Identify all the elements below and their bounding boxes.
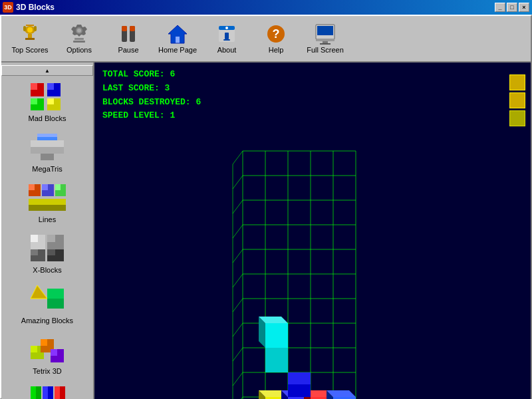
- sidebar-item-columns[interactable]: Columns: [1, 379, 93, 399]
- svg-rect-79: [243, 151, 356, 399]
- svg-line-103: [233, 274, 243, 287]
- mad-blocks-label: Mad Blocks: [29, 114, 66, 122]
- svg-point-20: [225, 27, 228, 29]
- gear-icon: [68, 23, 90, 45]
- svg-rect-68: [51, 349, 57, 356]
- sidebar: ▲ Mad Blocks: [1, 63, 94, 399]
- svg-point-6: [27, 27, 33, 33]
- maximize-button[interactable]: □: [507, 3, 517, 12]
- svg-rect-5: [25, 38, 35, 40]
- sidebar-item-mad-blocks[interactable]: Mad Blocks: [1, 76, 93, 126]
- svg-rect-44: [29, 184, 35, 190]
- svg-rect-31: [31, 83, 37, 90]
- amazing-blocks-label: Amazing Blocks: [21, 317, 73, 325]
- info-icon: [216, 23, 237, 45]
- amazing-blocks-icon: [27, 282, 67, 315]
- title-bar-buttons: _ □ ×: [495, 3, 529, 12]
- svg-line-108: [233, 397, 243, 399]
- top-scores-label: Top Scores: [11, 46, 48, 54]
- x-blocks-label: X-Blocks: [33, 266, 61, 274]
- megatris-icon: [27, 130, 67, 164]
- fullscreen-icon: [315, 23, 336, 45]
- svg-rect-54: [31, 249, 38, 255]
- pause-icon: [118, 23, 139, 45]
- svg-rect-29: [320, 43, 331, 45]
- tetrix-3d-icon: [27, 332, 67, 366]
- svg-rect-42: [41, 154, 54, 160]
- game-area: ▲ Mad Blocks: [1, 63, 531, 399]
- svg-rect-21: [225, 33, 229, 39]
- options-label: Options: [66, 46, 92, 54]
- about-label: About: [217, 46, 237, 54]
- svg-rect-33: [47, 83, 54, 90]
- svg-line-107: [233, 372, 243, 386]
- full-screen-label: Full Screen: [307, 46, 344, 54]
- svg-rect-9: [74, 38, 84, 40]
- svg-rect-46: [42, 184, 48, 190]
- svg-rect-41: [37, 134, 57, 137]
- lines-icon: [27, 181, 67, 214]
- svg-rect-64: [31, 346, 37, 352]
- svg-rect-3: [34, 26, 37, 31]
- toolbar: Top Scores Options: [1, 16, 531, 63]
- score-panel: TOTAL SCORE: 6 LAST SCORE: 3 BLOCKS DEST…: [94, 63, 504, 128]
- app-icon: 3D: [3, 2, 13, 13]
- svg-rect-0: [26, 25, 34, 26]
- help-label: Help: [269, 46, 284, 54]
- svg-rect-66: [41, 339, 47, 346]
- svg-line-106: [233, 348, 243, 361]
- svg-rect-35: [31, 98, 37, 104]
- svg-rect-119: [265, 323, 288, 348]
- home-page-label: Home Page: [158, 46, 197, 54]
- svg-rect-16: [176, 37, 180, 43]
- svg-rect-138: [333, 397, 356, 399]
- blocks-destroyed: BLOCKS DESTROYED: 6: [102, 96, 496, 110]
- grid-container: [229, 148, 369, 399]
- svg-rect-74: [55, 386, 60, 399]
- options-button[interactable]: Options: [56, 19, 102, 59]
- x-blocks-icon: [27, 231, 67, 265]
- svg-rect-72: [43, 386, 48, 399]
- svg-line-105: [233, 323, 243, 336]
- svg-text:?: ?: [273, 27, 280, 41]
- trophy-icon: [19, 23, 41, 45]
- home-icon: [167, 23, 188, 45]
- minimize-button[interactable]: _: [495, 3, 505, 12]
- sidebar-item-lines[interactable]: Lines: [1, 177, 93, 227]
- pause-label: Pause: [118, 46, 138, 54]
- about-button[interactable]: About: [203, 19, 250, 59]
- last-score: LAST SCORE: 3: [102, 82, 496, 96]
- full-screen-button[interactable]: Full Screen: [302, 19, 348, 59]
- svg-rect-52: [31, 235, 38, 242]
- svg-rect-58: [47, 249, 55, 255]
- svg-rect-22: [223, 39, 230, 41]
- svg-line-99: [233, 176, 243, 189]
- top-scores-button[interactable]: Top Scores: [7, 19, 53, 59]
- sidebar-item-tetrix-3d[interactable]: Tetrix 3D: [1, 329, 93, 379]
- title-bar: 3D 3D Blocks _ □ ×: [0, 0, 532, 15]
- svg-rect-10: [73, 41, 85, 43]
- svg-rect-70: [31, 386, 36, 399]
- window-title: 3D Blocks: [16, 3, 55, 12]
- svg-rect-143: [288, 372, 311, 384]
- svg-rect-39: [31, 140, 64, 147]
- game-main: TOTAL SCORE: 6 LAST SCORE: 3 BLOCKS DEST…: [94, 63, 504, 399]
- svg-rect-37: [47, 98, 54, 104]
- pause-button[interactable]: Pause: [105, 19, 152, 59]
- lines-label: Lines: [39, 215, 56, 223]
- sidebar-item-megatris[interactable]: MegaTris: [1, 126, 93, 177]
- svg-line-101: [233, 225, 243, 238]
- home-page-button[interactable]: Home Page: [154, 19, 201, 59]
- scroll-up-button[interactable]: ▲: [1, 65, 93, 76]
- sidebar-item-amazing-blocks[interactable]: Amazing Blocks: [1, 278, 93, 329]
- svg-rect-50: [29, 199, 66, 205]
- game-board-svg: [229, 148, 369, 399]
- close-button[interactable]: ×: [519, 3, 529, 12]
- total-score: TOTAL SCORE: 6: [102, 68, 496, 82]
- help-button[interactable]: ? Help: [253, 19, 299, 59]
- svg-line-100: [233, 200, 243, 213]
- preview-block-3: [509, 110, 525, 126]
- sidebar-item-x-blocks[interactable]: X-Blocks: [1, 227, 93, 278]
- svg-rect-27: [316, 39, 334, 41]
- speed-level: SPEED LEVEL: 1: [102, 109, 496, 123]
